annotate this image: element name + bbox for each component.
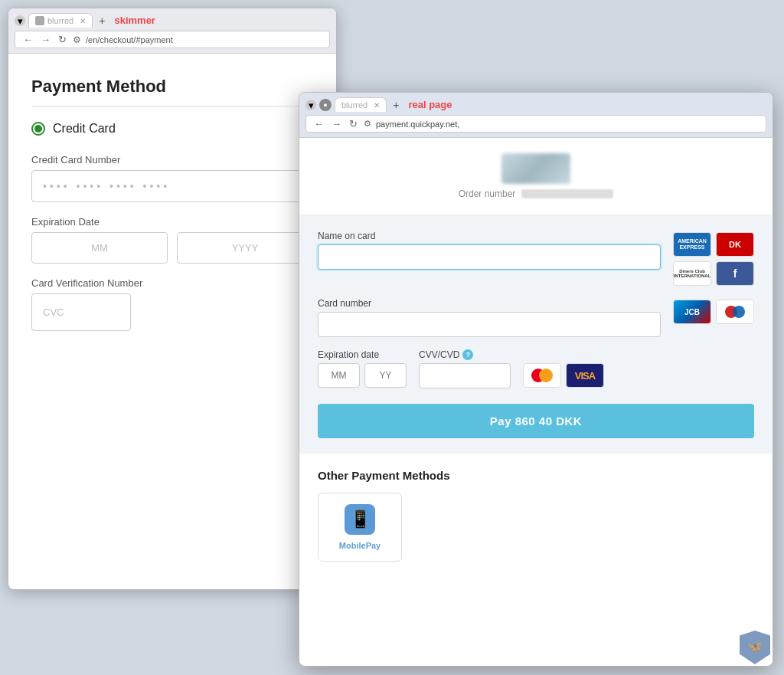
mobilepay-label: MobilePay	[339, 541, 381, 550]
name-field-group: Name on card	[318, 231, 661, 270]
order-value	[521, 189, 613, 198]
cvv-label-row: CVV/CVD ?	[419, 349, 511, 360]
mm-input-front[interactable]	[318, 363, 360, 388]
mc-orange	[539, 369, 553, 382]
other-payments-title: Other Payment Methods	[318, 469, 754, 482]
name-label: Name on card	[318, 231, 661, 241]
tab-close-back[interactable]: ✕	[80, 17, 86, 25]
cvv-help-icon[interactable]: ?	[462, 349, 473, 360]
cvv-label-front: CVV/CVD	[419, 349, 459, 360]
credit-card-radio-row[interactable]: Credit Card	[31, 122, 313, 136]
card-number-label: Card number	[318, 298, 661, 309]
diners-label: Diners ClubINTERNATIONAL	[674, 269, 711, 278]
back-btn-front[interactable]: ←	[312, 118, 325, 129]
amex-icon: AMERICANEXPRESS	[673, 232, 711, 257]
cvv-group: Card Verification Number CVC	[31, 277, 313, 331]
forward-btn-front[interactable]: →	[330, 118, 343, 129]
back-page-content: Payment Method Credit Card Credit Card N…	[8, 54, 336, 360]
globe-icon: ●	[319, 99, 332, 111]
window-dropdown-btn[interactable]: ▾	[15, 15, 25, 26]
payment-method-title: Payment Method	[31, 77, 313, 97]
radio-circle	[31, 122, 45, 136]
order-label: Order number	[459, 188, 516, 199]
maestro-blue	[733, 306, 745, 318]
tab-title-front: blurred	[341, 100, 368, 110]
browser-chrome-back: ▾ blurred ✕ + skimmer ← → ↻ ⚙ /en/checko…	[8, 8, 336, 54]
payment-form-area: Name on card AMERICANEXPRESS DK Diners C…	[299, 215, 773, 454]
visa-icon: VISA	[566, 363, 604, 388]
maestro-icon	[716, 300, 754, 324]
window-dropdown-front[interactable]: ▾	[305, 100, 316, 110]
expiry-label-front: Expiration date	[318, 349, 407, 360]
dk-label: DK	[729, 240, 741, 249]
fb-icon: f	[716, 261, 754, 286]
new-tab-btn-front[interactable]: +	[390, 99, 402, 111]
url-text-front[interactable]: payment.quickpay.net,	[376, 120, 760, 129]
radio-inner	[34, 125, 42, 133]
secure-icon: ⚙	[364, 119, 371, 129]
diners-icon: Diners ClubINTERNATIONAL	[673, 261, 711, 286]
new-tab-btn-back[interactable]: +	[96, 15, 108, 27]
real-page-window: ▾ ● blurred ✕ + real page ← → ↻ ⚙ paymen…	[299, 92, 773, 667]
cvv-group-front: CVV/CVD ?	[419, 349, 511, 388]
tab-bar-back: ▾ blurred ✕ + skimmer	[15, 13, 330, 28]
tab-label-skimmer: skimmer	[114, 15, 155, 26]
back-btn[interactable]: ←	[21, 34, 34, 45]
mobilepay-box[interactable]: 📱 MobilePay	[318, 493, 402, 562]
card-number-field-group: Card number	[318, 298, 661, 337]
expiry-label: Expiration Date	[31, 216, 313, 228]
cvc-input[interactable]: CVC	[31, 293, 131, 331]
title-divider	[31, 106, 313, 106]
reload-btn[interactable]: ↻	[57, 34, 68, 45]
visa-label: VISA	[575, 370, 595, 382]
amex-label: AMERICANEXPRESS	[678, 238, 707, 250]
other-payments-section: Other Payment Methods 📱 MobilePay	[299, 454, 773, 577]
tab-favicon-back	[35, 16, 44, 25]
card-icons-grid-3: VISA	[523, 363, 604, 388]
card-number-input[interactable]	[318, 312, 661, 337]
fb-label: f	[733, 267, 737, 280]
malware-shield: 🦋	[740, 631, 770, 664]
expiry-inputs-front	[318, 363, 407, 388]
tab-bar-front: ▾ ● blurred ✕ + real page	[305, 97, 766, 112]
card-icons-grid: AMERICANEXPRESS DK Diners ClubINTERNATIO…	[673, 232, 754, 286]
expiry-cvv-container: Expiration date CVV/CVD ?	[318, 349, 754, 388]
malware-symbol: 🦋	[747, 639, 763, 654]
browser-chrome-front: ▾ ● blurred ✕ + real page ← → ↻ ⚙ paymen…	[299, 93, 773, 138]
tab-back[interactable]: blurred ✕	[28, 13, 93, 28]
cc-number-label: Credit Card Number	[31, 154, 313, 165]
tab-front-active[interactable]: blurred ✕	[335, 97, 387, 112]
yy-input-front[interactable]	[364, 363, 407, 388]
address-bar-front: ← → ↻ ⚙ payment.quickpay.net,	[305, 115, 766, 133]
reload-btn-front[interactable]: ↻	[348, 118, 359, 129]
skimmer-window: ▾ blurred ✕ + skimmer ← → ↻ ⚙ /en/checko…	[8, 8, 337, 590]
mobilepay-symbol: 📱	[350, 510, 371, 529]
name-input[interactable]	[318, 244, 661, 270]
url-text-back[interactable]: /en/checkout/#payment	[86, 35, 323, 44]
pay-button[interactable]: Pay 860 40 DKK	[318, 404, 754, 438]
cc-number-input[interactable]: •••• •••• •••• ••••	[31, 170, 313, 202]
cc-number-group: Credit Card Number •••• •••• •••• ••••	[31, 154, 313, 202]
address-bar-back: ← → ↻ ⚙ /en/checkout/#payment	[15, 31, 330, 48]
credit-card-radio-label: Credit Card	[53, 122, 116, 136]
settings-icon: ⚙	[73, 34, 81, 45]
forward-btn[interactable]: →	[39, 34, 52, 45]
expiry-group: Expiration Date MM YYYY	[31, 216, 313, 264]
tab-close-front[interactable]: ✕	[374, 101, 380, 110]
card-number-dots: •••• •••• •••• ••••	[43, 180, 170, 192]
mastercard-circles	[531, 369, 553, 382]
mastercard-icon	[523, 363, 561, 388]
expiry-inputs-row: MM YYYY	[31, 232, 313, 264]
mobilepay-icon: 📱	[345, 504, 375, 535]
merchant-logo	[501, 153, 570, 184]
card-icons-grid-2: JCB	[673, 300, 754, 324]
mm-input[interactable]: MM	[31, 232, 168, 264]
cvv-label: Card Verification Number	[31, 277, 313, 289]
logo-area: Order number	[299, 138, 773, 215]
jcb-label: JCB	[684, 308, 700, 316]
maestro-circles	[725, 306, 745, 318]
name-card-row: Name on card AMERICANEXPRESS DK Diners C…	[318, 231, 754, 286]
yyyy-input[interactable]: YYYY	[177, 232, 313, 264]
cvv-input-front[interactable]	[419, 363, 511, 388]
tab-title-back: blurred	[47, 16, 74, 25]
